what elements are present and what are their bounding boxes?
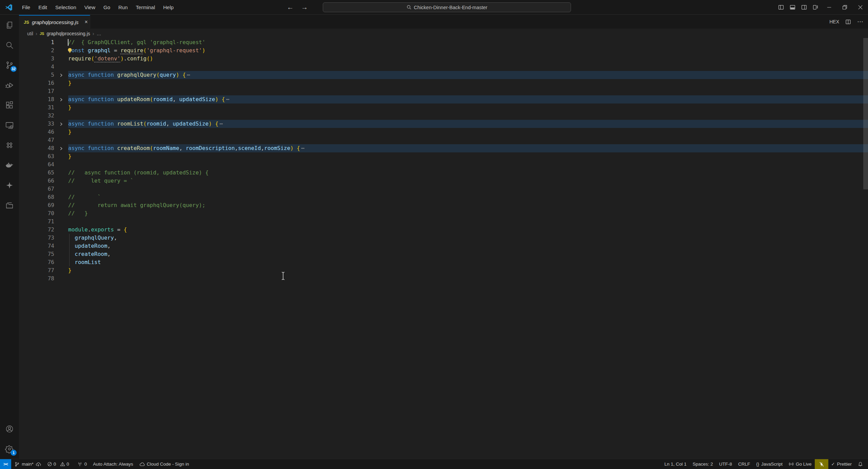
line-number[interactable]: 46 xyxy=(19,128,54,136)
line-number[interactable]: 74 xyxy=(19,242,54,250)
code-line-63[interactable]: 63} xyxy=(19,152,868,161)
code-line-76[interactable]: 76 roomList xyxy=(19,258,868,266)
command-center-search[interactable]: Chicken-Dinner-Back-End-master xyxy=(323,2,571,12)
sidebar-toggle-icon[interactable] xyxy=(775,0,787,15)
line-number[interactable]: 71 xyxy=(19,218,54,226)
secondary-sidebar-toggle-icon[interactable] xyxy=(798,0,810,15)
status-ports[interactable]: 0 xyxy=(74,459,90,469)
nav-back-icon[interactable]: ← xyxy=(287,0,294,15)
code-line-78[interactable]: 78 xyxy=(19,275,868,283)
activity-settings-gear-icon[interactable]: 1 xyxy=(0,439,19,459)
line-number[interactable]: 17 xyxy=(19,87,54,95)
menu-view[interactable]: View xyxy=(80,0,99,15)
code-line-16[interactable]: 16} xyxy=(19,79,868,87)
code-line-3[interactable]: 3require('dotenv').config() xyxy=(19,55,868,63)
nav-forward-icon[interactable]: → xyxy=(301,0,308,15)
line-number[interactable]: 31 xyxy=(19,104,54,112)
restore-button[interactable] xyxy=(837,0,852,15)
activity-project-folders-icon[interactable] xyxy=(0,195,19,215)
line-number[interactable]: 75 xyxy=(19,250,54,258)
code-line-69[interactable]: 69// return await graphqlQuery(query); xyxy=(19,201,868,209)
status-problems[interactable]: 00 xyxy=(44,459,74,469)
activity-search-icon[interactable] xyxy=(0,35,19,55)
line-number[interactable]: 16 xyxy=(19,79,54,87)
line-number[interactable]: 64 xyxy=(19,161,54,169)
tab-graphqlprocessing[interactable]: JS graphqlprocessing.js × xyxy=(19,15,90,29)
status-language-mode[interactable]: {}JavaScript xyxy=(753,459,786,469)
code-line-5[interactable]: 5async function graphqlQuery(query) {⋯ xyxy=(19,71,868,79)
activity-extensions-icon[interactable] xyxy=(0,95,19,115)
activity-explorer-icon[interactable] xyxy=(0,15,19,35)
code-line-64[interactable]: 64 xyxy=(19,161,868,169)
code-line-2[interactable]: 2const graphql = require('graphql-reques… xyxy=(19,46,868,55)
code-line-4[interactable]: 4 xyxy=(19,63,868,71)
code-line-72[interactable]: 72module.exports = { xyxy=(19,226,868,234)
menu-selection[interactable]: Selection xyxy=(51,0,80,15)
status-indentation[interactable]: Spaces: 2 xyxy=(690,459,716,469)
status-go-live[interactable]: Go Live xyxy=(786,459,815,469)
line-number[interactable]: 70 xyxy=(19,209,54,218)
status-git-branch[interactable]: main* xyxy=(11,459,44,469)
status-cloud-code[interactable]: Cloud Code - Sign in xyxy=(136,459,192,469)
code-line-71[interactable]: 71 xyxy=(19,218,868,226)
line-number[interactable]: 78 xyxy=(19,275,54,283)
menu-go[interactable]: Go xyxy=(99,0,114,15)
code-line-33[interactable]: 33async function roomList(roomid, update… xyxy=(19,120,868,128)
minimize-button[interactable] xyxy=(821,0,837,15)
code-line-18[interactable]: 18async function updateRoom(roomid, upda… xyxy=(19,95,868,104)
status-eol[interactable]: CRLF xyxy=(735,459,753,469)
fold-chevron-icon[interactable] xyxy=(54,95,68,104)
lightbulb-icon[interactable] xyxy=(67,48,73,53)
more-actions-icon[interactable]: ⋯ xyxy=(857,18,863,25)
menu-run[interactable]: Run xyxy=(114,0,132,15)
line-number[interactable]: 3 xyxy=(19,55,54,63)
line-number[interactable]: 65 xyxy=(19,169,54,177)
menu-help[interactable]: Help xyxy=(159,0,178,15)
line-number[interactable]: 68 xyxy=(19,193,54,201)
code-line-1[interactable]: 1// { GraphQLClient, gql 'graphql-reques… xyxy=(19,38,868,46)
code-line-46[interactable]: 46} xyxy=(19,128,868,136)
line-number[interactable]: 1 xyxy=(19,38,54,46)
code-line-74[interactable]: 74 updateRoom, xyxy=(19,242,868,250)
status-auto-attach[interactable]: Auto Attach: Always xyxy=(90,459,136,469)
breadcrumb-file[interactable]: graphqlprocessing.js xyxy=(46,31,90,36)
fold-chevron-icon[interactable] xyxy=(54,144,68,152)
breadcrumb-folder[interactable]: util xyxy=(27,31,33,36)
line-number[interactable]: 72 xyxy=(19,226,54,234)
activity-diamonds-extension-icon[interactable] xyxy=(0,135,19,155)
code-line-75[interactable]: 75 createRoom, xyxy=(19,250,868,258)
line-number[interactable]: 63 xyxy=(19,152,54,161)
code-line-48[interactable]: 48async function createRoom(roomName, ro… xyxy=(19,144,868,152)
fold-chevron-icon[interactable] xyxy=(54,71,68,79)
activity-source-control-icon[interactable]: 32 xyxy=(0,55,19,75)
line-number[interactable]: 69 xyxy=(19,201,54,209)
code-line-32[interactable]: 32 xyxy=(19,112,868,120)
line-number[interactable]: 47 xyxy=(19,136,54,144)
status-cursor-position[interactable]: Ln 1, Col 1 xyxy=(661,459,689,469)
code-editor[interactable]: 1// { GraphQLClient, gql 'graphql-reques… xyxy=(19,38,868,283)
vertical-scrollbar[interactable] xyxy=(863,38,868,189)
status-encoding[interactable]: UTF-8 xyxy=(716,459,735,469)
status-prettier[interactable]: ✓Prettier xyxy=(828,459,855,469)
code-line-70[interactable]: 70// } xyxy=(19,209,868,218)
code-line-68[interactable]: 68// ` xyxy=(19,193,868,201)
line-number[interactable]: 2 xyxy=(19,46,54,55)
line-number[interactable]: 77 xyxy=(19,266,54,275)
code-line-65[interactable]: 65// async function (roomid, updatedSize… xyxy=(19,169,868,177)
code-line-73[interactable]: 73 graphqlQuery, xyxy=(19,234,868,242)
breadcrumb-symbol[interactable]: … xyxy=(97,31,101,36)
line-number[interactable]: 73 xyxy=(19,234,54,242)
activity-sparkle-extension-icon[interactable] xyxy=(0,175,19,195)
activity-run-debug-icon[interactable] xyxy=(0,75,19,95)
panel-toggle-icon[interactable] xyxy=(787,0,798,15)
code-line-66[interactable]: 66// let query = ` xyxy=(19,177,868,185)
close-button[interactable] xyxy=(852,0,868,15)
status-flash-off[interactable] xyxy=(815,459,828,469)
activity-remote-explorer-icon[interactable] xyxy=(0,115,19,135)
line-number[interactable]: 32 xyxy=(19,112,54,120)
code-line-77[interactable]: 77} xyxy=(19,266,868,275)
line-number[interactable]: 18 xyxy=(19,95,54,104)
menu-file[interactable]: File xyxy=(18,0,34,15)
fold-chevron-icon[interactable] xyxy=(54,120,68,128)
line-number[interactable]: 67 xyxy=(19,185,54,193)
